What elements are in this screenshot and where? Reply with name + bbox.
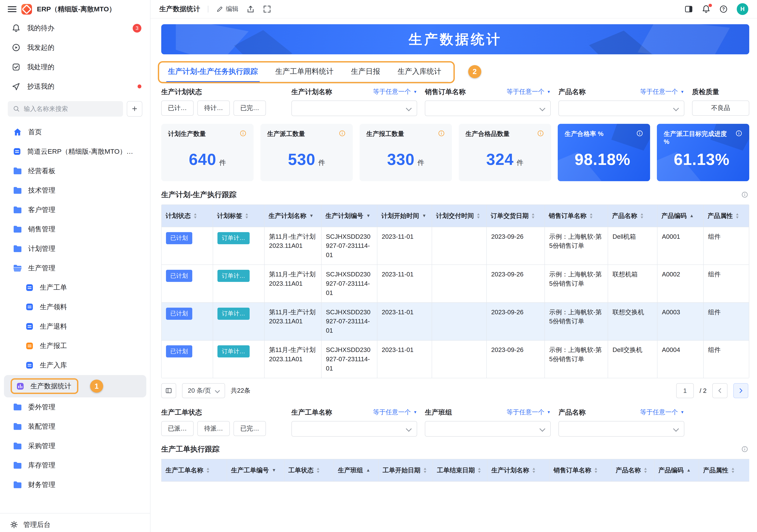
info-icon[interactable] <box>239 130 247 137</box>
sidebar-item-outsourcing-mgmt[interactable]: 委外管理 <box>0 397 150 417</box>
sidebar-item-inventory-mgmt[interactable]: 库存管理 <box>0 456 150 475</box>
col-order-date[interactable]: 订单交货日期▲▼ <box>487 205 544 227</box>
team-select[interactable] <box>425 421 551 437</box>
product-select-2[interactable] <box>559 421 684 437</box>
add-button[interactable] <box>127 101 142 117</box>
table-row[interactable]: 已计划 订单计… 第11月-生产计划 2023.11A01 SCJHXSDD23… <box>162 302 749 340</box>
col-start-date[interactable]: 工单开始日期▲▼ <box>378 459 433 482</box>
col-product-code[interactable]: 产品编码▲ <box>657 205 704 227</box>
filter-button-defective[interactable]: 不良品 <box>692 101 749 116</box>
sort-icon: ▼ <box>272 466 276 474</box>
col-product-name[interactable]: 产品名称▲▼ <box>612 459 654 482</box>
condition-link[interactable]: 等于任意一个▼ <box>507 408 551 417</box>
filter-button-pending-dispatch[interactable]: 待派… <box>197 421 230 436</box>
col-sales-order[interactable]: 销售订单名称▲▼ <box>545 205 608 227</box>
col-team[interactable]: 生产班组▲ <box>334 459 378 482</box>
sidebar-item-warehouse-in[interactable]: 生产入库 <box>0 356 150 375</box>
sidebar-item-production-stats[interactable]: 生产数据统计 1 <box>4 375 146 397</box>
notifications-button[interactable] <box>702 5 711 14</box>
col-plan-start[interactable]: 计划开始时间▼ <box>377 205 432 227</box>
col-plan-no[interactable]: 生产计划编号▼ <box>321 205 377 227</box>
col-plan-status[interactable]: 计划状态▲▼ <box>162 205 213 227</box>
info-icon[interactable] <box>741 446 748 453</box>
condition-link[interactable]: 等于任意一个▼ <box>640 408 684 417</box>
work-order-select[interactable] <box>291 421 417 437</box>
sidebar-item-home[interactable]: 首页 <box>0 122 150 142</box>
col-plan-name[interactable]: 生产计划名称▼ <box>264 205 321 227</box>
sidebar-item-production-workorder[interactable]: 生产工单 <box>0 278 150 297</box>
edit-button[interactable]: 编辑 <box>216 5 238 13</box>
sidebar-item-customer-mgmt[interactable]: 客户管理 <box>0 200 150 220</box>
prev-page-button[interactable] <box>712 383 727 398</box>
search-input[interactable] <box>23 105 118 113</box>
next-page-button[interactable] <box>733 383 748 398</box>
sales-order-select[interactable] <box>425 101 551 116</box>
col-plan-deliver[interactable]: 计划交付时间▲▼ <box>432 205 487 227</box>
col-sales-order[interactable]: 销售订单名称▲▼ <box>549 459 612 482</box>
tab-daily-report[interactable]: 生产日报 <box>351 61 380 81</box>
filter-button-planned[interactable]: 已计… <box>161 101 194 116</box>
info-icon[interactable] <box>438 130 445 137</box>
sidebar-item-my-todo[interactable]: 我的待办 3 <box>0 18 150 38</box>
col-end-date[interactable]: 工单结束日期▲▼ <box>433 459 487 482</box>
sidebar-item-sales-mgmt[interactable]: 销售管理 <box>0 220 150 239</box>
avatar[interactable]: H <box>737 3 748 15</box>
fullscreen-button[interactable] <box>263 5 271 14</box>
sidebar-item-plan-mgmt[interactable]: 计划管理 <box>0 239 150 259</box>
share-button[interactable] <box>246 5 255 14</box>
sidebar-item-assembly-mgmt[interactable]: 装配管理 <box>0 417 150 436</box>
col-product-code[interactable]: 产品编码▲ <box>654 459 699 482</box>
table-cell: 2023-11-01 <box>377 227 432 265</box>
sidebar-item-cc-to-me[interactable]: 抄送我的 <box>0 77 150 96</box>
sidebar-item-material-request[interactable]: 生产领料 <box>0 297 150 317</box>
product-select[interactable] <box>559 101 684 116</box>
tab-plan-task-tracking[interactable]: 生产计划-生产任务执行跟踪 <box>168 61 258 81</box>
plan-name-select[interactable] <box>291 101 417 116</box>
filter-button-dispatched[interactable]: 已派… <box>161 421 194 436</box>
filter-button-pending[interactable]: 待计… <box>197 101 230 116</box>
tab-warehouse-stats[interactable]: 生产入库统计 <box>398 61 441 81</box>
info-icon[interactable] <box>537 130 544 137</box>
filter-button-finished[interactable]: 已完… <box>233 421 266 436</box>
sidebar-item-purchase-mgmt[interactable]: 采购管理 <box>0 436 150 456</box>
folder-icon <box>13 460 22 470</box>
sidebar-item-production-mgmt[interactable]: 生产管理 <box>0 259 150 278</box>
sidebar-item-started-by-me[interactable]: 我发起的 <box>0 38 150 57</box>
sidebar-item-admin-backend[interactable]: 管理后台 <box>0 513 150 532</box>
page-size-select[interactable]: 20 条/页 <box>182 383 225 398</box>
filter-button-finished[interactable]: 已完… <box>233 101 266 116</box>
sidebar-item-handled-by-me[interactable]: 我处理的 <box>0 57 150 77</box>
col-plan-tag[interactable]: 计划标签▲▼ <box>213 205 264 227</box>
hamburger-menu-icon[interactable] <box>8 6 16 12</box>
col-workorder-no[interactable]: 生产工单编号▼ <box>227 459 284 482</box>
condition-link[interactable]: 等于任意一个▼ <box>507 87 551 96</box>
table-row[interactable]: 已计划 订单计… 第11月-生产计划 2023.11A01 SCJHXSDD23… <box>162 227 749 265</box>
col-workorder-status[interactable]: 工单状态▲▼ <box>284 459 334 482</box>
condition-link[interactable]: 等于任意一个▼ <box>373 87 417 96</box>
table-row[interactable]: 已计划 订单计… 第11月-生产计划 2023.11A01 SCJHXSDD23… <box>162 340 749 378</box>
info-icon[interactable] <box>735 130 742 137</box>
tab-workorder-material-stats[interactable]: 生产工单用料统计 <box>275 61 334 81</box>
col-product-name[interactable]: 产品名称▲▼ <box>608 205 657 227</box>
sidebar-item-work-report[interactable]: 生产报工 <box>0 336 150 356</box>
col-product-attr[interactable]: 产品属性▲▼ <box>704 205 749 227</box>
condition-link[interactable]: 等于任意一个▼ <box>640 87 684 96</box>
sidebar-item-tech-mgmt[interactable]: 技术管理 <box>0 181 150 200</box>
column-settings-button[interactable] <box>161 383 176 398</box>
table-row[interactable]: 已计划 订单计… 第11月-生产计划 2023.11A01 SCJHXSDD23… <box>162 265 749 302</box>
page-input[interactable]: 1 <box>676 383 694 398</box>
sidebar-item-material-return[interactable]: 生产退料 <box>0 317 150 336</box>
col-workorder-name[interactable]: 生产工单名称▲▼ <box>162 459 227 482</box>
info-icon[interactable] <box>636 130 643 137</box>
sidebar-search[interactable] <box>8 101 123 117</box>
sidebar-item-business-board[interactable]: 经营看板 <box>0 161 150 181</box>
col-plan-name[interactable]: 生产计划名称▲▼ <box>487 459 549 482</box>
help-button[interactable] <box>719 5 728 14</box>
sidebar-item-finance-mgmt[interactable]: 财务管理 <box>0 475 150 494</box>
sidebar-item-erp-doc[interactable]: 简道云ERP（精细版-离散MTO）「… <box>0 142 150 161</box>
panel-toggle-button[interactable] <box>684 5 693 14</box>
col-product-attr[interactable]: 产品属性▲▼ <box>699 459 749 482</box>
info-icon[interactable] <box>741 191 748 198</box>
info-icon[interactable] <box>339 130 346 137</box>
condition-link[interactable]: 等于任意一个▼ <box>373 408 417 417</box>
